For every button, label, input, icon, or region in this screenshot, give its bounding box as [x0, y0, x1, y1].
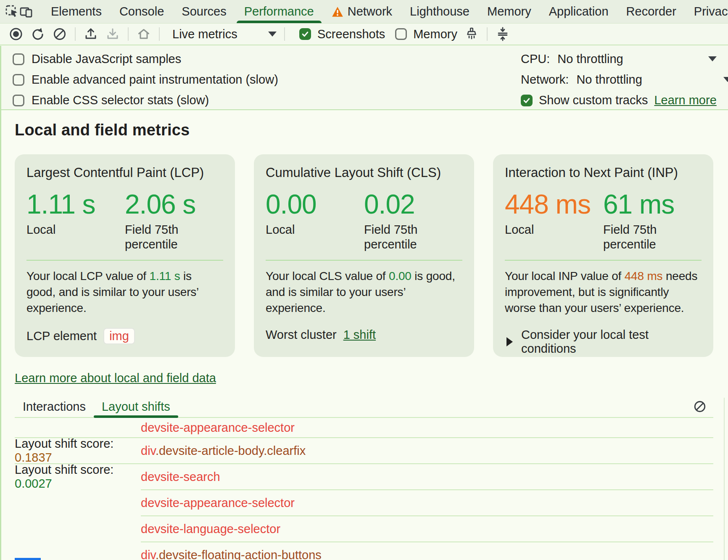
row-element-cell: devsite-appearance-selector [141, 496, 295, 510]
tab-label: Elements [51, 5, 102, 18]
clear-icon[interactable] [49, 25, 71, 43]
worst-cluster-row: Worst cluster 1 shift [266, 328, 462, 342]
page-title: Local and field metrics [15, 121, 713, 139]
inspect-element-icon[interactable] [5, 2, 19, 21]
tab-console[interactable]: Console [111, 0, 173, 23]
chevron-down-icon [268, 32, 277, 37]
divider [284, 27, 285, 41]
log-tab-bar: Interactions Layout shifts [15, 396, 713, 418]
clear-log-icon[interactable] [693, 400, 707, 413]
tab-memory[interactable]: Memory [478, 0, 540, 23]
local-label: Local [505, 222, 603, 237]
cpu-throttling-row: CPU: No throttling [521, 49, 728, 69]
network-throttling-row: Network: No throttling [521, 69, 728, 90]
cls-field-value: 0.02 [364, 189, 462, 220]
inp-local-value-block: 448 ms Local [505, 189, 603, 252]
element-link[interactable]: devsite-language-selector [141, 522, 280, 536]
home-icon[interactable] [133, 25, 155, 43]
inp-inline-value: 448 ms [625, 269, 663, 283]
tab-network[interactable]: Network [323, 0, 401, 23]
inp-field-value: 61 ms [603, 189, 702, 220]
selection-highlight [15, 558, 41, 560]
metric-cards: Largest Contentful Paint (LCP) 1.11 s Lo… [15, 154, 713, 357]
reload-and-record-icon[interactable] [27, 25, 49, 43]
check-icon [301, 30, 309, 38]
screenshots-toggle[interactable]: Screenshots [299, 27, 385, 41]
tab-label: Performance [244, 5, 314, 18]
element-link[interactable]: devsite-appearance-selector [141, 421, 295, 434]
css-selector-stats-checkbox[interactable] [13, 95, 24, 106]
tab-label: Sources [182, 5, 226, 18]
cpu-throttling-select[interactable]: No throttling [557, 52, 623, 66]
divider [75, 27, 76, 41]
live-metrics-view: Local and field metrics Largest Contentf… [0, 121, 728, 560]
chevron-down-icon[interactable] [708, 56, 717, 61]
disable-js-samples-label: Disable JavaScript samples [32, 52, 181, 66]
lcp-element-label: LCP element [26, 329, 97, 343]
element-link[interactable]: div [141, 444, 156, 457]
element-link[interactable]: devsite-appearance-selector [141, 496, 295, 510]
collect-garbage-icon[interactable] [461, 25, 483, 43]
cls-local-value-block: 0.00 Local [266, 189, 364, 252]
cls-card-title: Cumulative Layout Shift (CLS) [266, 165, 462, 180]
panel-left-border [0, 46, 1, 560]
row-element-cell: div.devsite-floating-action-buttons [141, 548, 322, 560]
divider [159, 27, 160, 41]
network-throttling-select[interactable]: No throttling [576, 73, 642, 87]
element-link[interactable]: div [141, 548, 156, 560]
cls-description: Your local CLS value of 0.00 is good, an… [266, 268, 462, 316]
divider [128, 27, 129, 41]
tab-label: Memory [487, 5, 531, 18]
field-data-learn-more-link[interactable]: Learn more about local and field data [15, 371, 216, 385]
cls-local-value: 0.00 [266, 189, 364, 220]
tab-recorder[interactable]: Recorder [617, 0, 685, 23]
lcp-description: Your local LCP value of 1.11 s is good, … [26, 268, 223, 316]
lcp-field-value-block: 2.06 s Field 75th percentile [125, 189, 223, 252]
record-icon[interactable] [5, 25, 27, 43]
inp-field-value-block: 61 ms Field 75th percentile [603, 189, 702, 252]
chevron-down-icon[interactable] [723, 77, 728, 82]
disable-js-samples-checkbox[interactable] [13, 53, 24, 65]
score-prefix: Layout shift score: [15, 437, 113, 450]
score-value: 0.0027 [15, 477, 52, 490]
inp-card: Interaction to Next Paint (INP) 448 ms L… [493, 154, 713, 357]
custom-tracks-checkbox[interactable] [521, 95, 533, 106]
memory-toggle[interactable]: Memory [395, 27, 457, 41]
tab-layout-shifts[interactable]: Layout shifts [94, 396, 178, 417]
cls-card: Cumulative Layout Shift (CLS) 0.00 Local… [254, 154, 474, 357]
advanced-paint-checkbox[interactable] [13, 74, 24, 86]
screenshots-checkbox[interactable] [299, 28, 311, 40]
load-profile-icon[interactable] [80, 25, 102, 43]
tab-elements[interactable]: Elements [42, 0, 111, 23]
element-link[interactable]: devsite-search [141, 470, 220, 483]
tab-performance[interactable]: Performance [235, 0, 323, 23]
custom-tracks-learn-more-link[interactable]: Learn more [654, 93, 716, 107]
cls-field-value-block: 0.02 Field 75th percentile [364, 189, 462, 252]
lcp-element-chip[interactable]: img [103, 328, 135, 344]
panel-mode-select[interactable]: Live metrics [170, 27, 280, 41]
layout-shifts-table: devsite-appearance-selector Layout shift… [15, 418, 713, 560]
lcp-card-title: Largest Contentful Paint (LCP) [26, 165, 223, 180]
tab-interactions[interactable]: Interactions [15, 396, 94, 417]
tab-privacy-sandbox[interactable]: Privacy Sand [685, 0, 728, 23]
warning-icon [332, 6, 343, 17]
tab-label: Interactions [23, 400, 86, 414]
throttling-column: CPU: No throttling Network: No throttlin… [521, 49, 728, 111]
lcp-inline-value: 1.11 s [150, 269, 180, 283]
custom-tracks-row: Show custom tracks Learn more [521, 90, 728, 111]
tab-sources[interactable]: Sources [173, 0, 235, 23]
disclosure-triangle-icon [506, 337, 513, 346]
save-profile-icon[interactable] [102, 25, 124, 43]
tab-lighthouse[interactable]: Lighthouse [401, 0, 478, 23]
scrollbar[interactable] [724, 398, 725, 560]
device-toolbar-icon[interactable] [19, 2, 34, 21]
inp-card-title: Interaction to Next Paint (INP) [505, 165, 702, 180]
score-prefix: Layout shift score: [15, 463, 113, 476]
memory-checkbox[interactable] [395, 28, 407, 40]
table-row: devsite-appearance-selector [15, 490, 713, 515]
tab-label: Layout shifts [102, 400, 170, 414]
worst-cluster-link[interactable]: 1 shift [343, 328, 376, 342]
collapse-icon[interactable] [492, 25, 514, 43]
tab-application[interactable]: Application [540, 0, 617, 23]
local-test-conditions-disclosure[interactable]: Consider your local test conditions [505, 328, 702, 356]
